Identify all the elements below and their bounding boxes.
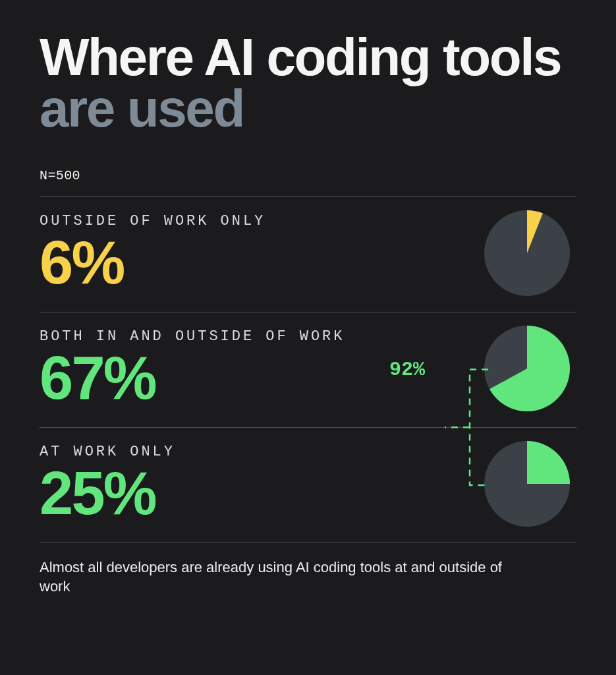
pie-icon [484, 441, 570, 527]
footnote: Almost all developers are already using … [40, 543, 514, 597]
sample-size: N=500 [40, 164, 576, 196]
row-value: 25% [40, 463, 478, 523]
chart-row: OUTSIDE OF WORK ONLY 6% [40, 196, 576, 312]
chart-row: BOTH IN AND OUTSIDE OF WORK 67% 92% [40, 312, 576, 427]
pie-icon [484, 326, 570, 411]
row-label: BOTH IN AND OUTSIDE OF WORK [40, 328, 478, 345]
chart-rows: OUTSIDE OF WORK ONLY 6% BOTH IN AND OUTS… [40, 196, 576, 543]
callout-value: 92% [389, 359, 425, 381]
pie-icon [484, 210, 570, 296]
chart-row: AT WORK ONLY 25% [40, 427, 576, 543]
title-main: Where AI coding tools [40, 28, 561, 86]
row-label: AT WORK ONLY [40, 444, 478, 460]
row-label: OUTSIDE OF WORK ONLY [40, 213, 478, 229]
title-muted: are used [40, 79, 244, 138]
page-title: Where AI coding tools are used [40, 32, 576, 135]
row-value: 6% [40, 232, 478, 293]
